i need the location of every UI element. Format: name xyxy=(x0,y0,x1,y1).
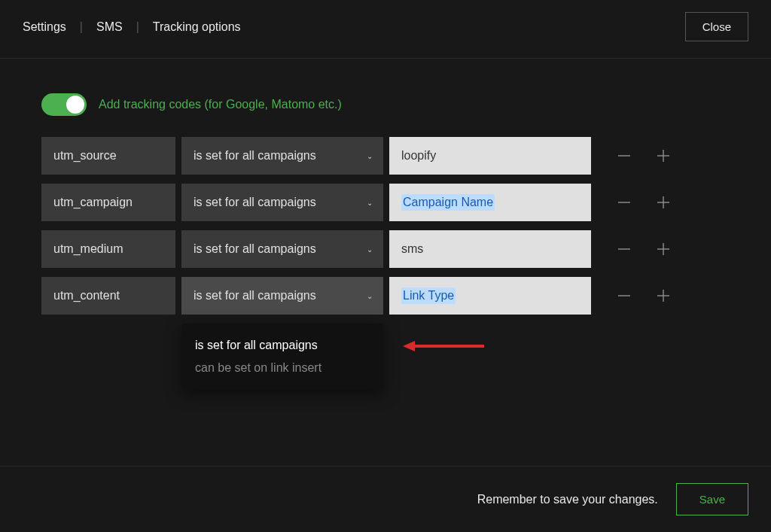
param-name-input[interactable]: utm_content xyxy=(41,277,175,315)
add-row-button[interactable] xyxy=(647,139,680,172)
value-tag: Link Type xyxy=(401,287,456,304)
tracking-row: utm_medium is set for all campaigns ⌄ sm… xyxy=(41,230,730,268)
breadcrumb-separator: | xyxy=(136,20,139,34)
tracking-toggle-label: Add tracking codes (for Google, Matomo e… xyxy=(99,98,342,111)
chevron-down-icon: ⌄ xyxy=(367,292,373,300)
breadcrumb-item[interactable]: Settings xyxy=(23,20,66,34)
close-button[interactable]: Close xyxy=(685,12,748,41)
svg-marker-13 xyxy=(403,341,415,351)
tracking-row: utm_campaign is set for all campaigns ⌄ … xyxy=(41,184,730,221)
remove-row-button[interactable] xyxy=(608,186,641,219)
breadcrumb: Settings | SMS | Tracking options xyxy=(23,20,241,34)
tracking-toggle[interactable] xyxy=(41,93,87,116)
scope-select[interactable]: is set for all campaigns ⌄ xyxy=(181,137,383,175)
breadcrumb-separator: | xyxy=(80,20,83,34)
param-name-input[interactable]: utm_source xyxy=(41,137,175,175)
value-input[interactable]: Campaign Name xyxy=(389,184,591,221)
scope-select-label: is set for all campaigns xyxy=(194,289,316,302)
add-row-button[interactable] xyxy=(647,186,680,219)
breadcrumb-item[interactable]: Tracking options xyxy=(153,20,241,34)
annotation-arrow-icon xyxy=(403,339,486,354)
value-tag: Campaign Name xyxy=(401,194,495,211)
chevron-down-icon: ⌄ xyxy=(367,152,373,160)
scope-dropdown: is set for all campaigns can be set on l… xyxy=(181,324,383,390)
param-name-input[interactable]: utm_medium xyxy=(41,230,175,268)
save-reminder-text: Remember to save your changes. xyxy=(477,493,658,506)
chevron-down-icon: ⌄ xyxy=(367,245,373,254)
remove-row-button[interactable] xyxy=(608,233,641,266)
scope-select-label: is set for all campaigns xyxy=(194,242,316,256)
value-input[interactable]: loopify xyxy=(389,137,591,175)
scope-select[interactable]: is set for all campaigns ⌄ xyxy=(181,230,383,268)
scope-select-label: is set for all campaigns xyxy=(194,149,316,163)
remove-row-button[interactable] xyxy=(608,139,641,172)
dropdown-option[interactable]: can be set on link insert xyxy=(181,357,383,379)
value-text: sms xyxy=(401,242,423,256)
value-input[interactable]: Link Type xyxy=(389,277,591,315)
param-name-input[interactable]: utm_campaign xyxy=(41,184,175,221)
value-text: loopify xyxy=(401,149,436,163)
tracking-row: utm_source is set for all campaigns ⌄ lo… xyxy=(41,137,730,175)
scope-select[interactable]: is set for all campaigns ⌄ xyxy=(181,277,383,315)
remove-row-button[interactable] xyxy=(608,279,641,312)
save-button[interactable]: Save xyxy=(676,483,748,515)
breadcrumb-item[interactable]: SMS xyxy=(96,20,123,34)
toggle-knob xyxy=(66,96,84,114)
chevron-down-icon: ⌄ xyxy=(367,199,373,207)
tracking-row: utm_content is set for all campaigns ⌄ L… xyxy=(41,277,730,315)
add-row-button[interactable] xyxy=(647,233,680,266)
scope-select-label: is set for all campaigns xyxy=(194,196,316,209)
scope-select[interactable]: is set for all campaigns ⌄ xyxy=(181,184,383,221)
add-row-button[interactable] xyxy=(647,279,680,312)
value-input[interactable]: sms xyxy=(389,230,591,268)
dropdown-option[interactable]: is set for all campaigns xyxy=(181,334,383,357)
